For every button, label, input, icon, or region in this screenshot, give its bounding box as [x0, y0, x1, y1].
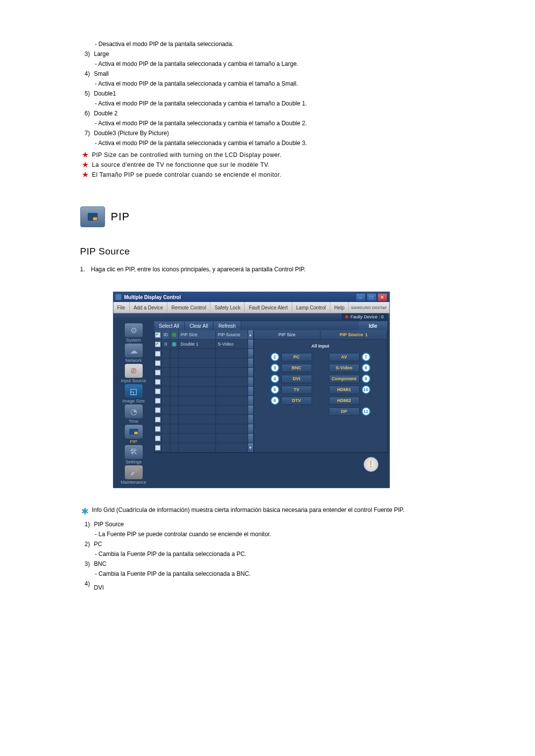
note: ★ PIP Size can be controlled with turnin…: [80, 151, 455, 159]
callout-badge: 7: [362, 353, 371, 361]
dp-button[interactable]: DP: [329, 407, 360, 416]
scroll-up[interactable]: ▴: [248, 330, 254, 339]
menu-safety-lock[interactable]: Safety Lock: [211, 302, 245, 313]
sidebar-item-time[interactable]: ◔Time: [116, 404, 151, 424]
cell-id: 0: [162, 340, 170, 349]
menu-help[interactable]: Help: [330, 302, 349, 313]
hdmi1-button[interactable]: HDMI1: [329, 386, 360, 394]
titlebar: Multiple Display Control – □ ×: [113, 292, 389, 302]
faulty-device-status: Faulty Device : 0: [342, 313, 387, 320]
sidebar-item-network[interactable]: ☁Network: [116, 344, 151, 363]
col-pip-source: PIP Source: [216, 330, 248, 339]
note: ★ El Tamaño PIP se puede controlar cuand…: [80, 170, 455, 179]
star-icon: ★: [80, 151, 92, 159]
maximize-button[interactable]: □: [367, 293, 376, 302]
status-dot-icon: [345, 315, 348, 318]
list-item: 3)BNC: [80, 559, 455, 568]
tv-button[interactable]: TV: [281, 386, 312, 394]
callout-badge: 11: [362, 407, 371, 416]
all-input-label: All Input: [254, 340, 387, 352]
info-panel: PIP Size PIP Source 1 All Input 2PC AV7: [254, 330, 387, 453]
svideo-button[interactable]: S-Video: [329, 364, 360, 372]
item-desc: - Cambia la Fuente PIP de la pantalla se…: [80, 569, 455, 578]
row-checkbox[interactable]: [155, 360, 160, 366]
row-checkbox[interactable]: [155, 445, 160, 451]
list-item: 6)Double 2: [80, 109, 455, 118]
list-item: 4)Small: [80, 69, 455, 78]
row-checkbox[interactable]: [155, 426, 160, 432]
row-checkbox[interactable]: [155, 379, 160, 385]
menu-remote-control[interactable]: Remote Control: [167, 302, 211, 313]
col-pip-size: PIP Size: [179, 330, 216, 339]
sidebar-item-system[interactable]: ⚙System: [116, 323, 151, 343]
sidebar-item-maintenance[interactable]: 🖌Maintenance: [116, 465, 151, 485]
pip-icon: [80, 206, 105, 227]
row-checkbox[interactable]: [155, 407, 160, 413]
sidebar: ⚙System ☁Network ⎚Input Source ◱Image Si…: [113, 320, 154, 488]
item-desc: - Activa el modo PIP de la pantalla sele…: [80, 79, 455, 88]
scrollbar[interactable]: [248, 340, 254, 349]
row-checkbox[interactable]: [155, 342, 160, 347]
callout-badge: 10: [362, 385, 371, 394]
row-checkbox[interactable]: [155, 398, 160, 403]
list-item: 1)PIP Source: [80, 520, 455, 529]
menu-file[interactable]: File: [113, 302, 130, 313]
alert-icon: !: [364, 457, 378, 472]
av-button[interactable]: AV: [329, 353, 360, 361]
mdc-window: Multiple Display Control – □ × File Add …: [113, 292, 390, 488]
header-checkbox[interactable]: [155, 332, 160, 338]
row-checkbox[interactable]: [155, 351, 160, 356]
row-checkbox[interactable]: [155, 417, 160, 422]
list-item: 2)PC: [80, 540, 455, 549]
idle-status: Idle: [359, 321, 387, 330]
star-icon: ✱: [80, 506, 92, 517]
pc-button[interactable]: PC: [281, 353, 312, 361]
clear-all-button[interactable]: Clear All: [185, 321, 214, 330]
item-desc: - Cambia la Fuente PIP de la pantalla se…: [80, 550, 455, 558]
sidebar-item-image-size[interactable]: ◱Image Size: [116, 384, 151, 403]
list-item: 3)Large: [80, 50, 455, 58]
scroll-down[interactable]: ▾: [248, 443, 254, 452]
callout-badge: 2: [270, 353, 279, 361]
row-checkbox[interactable]: [155, 370, 160, 375]
item-desc: - La Fuente PIP se puede controlar cuand…: [80, 530, 455, 539]
dtv-button[interactable]: DTV: [281, 397, 312, 405]
star-icon: ★: [80, 170, 92, 179]
item-desc: - Activa el modo PIP de la pantalla sele…: [80, 99, 455, 108]
list-item: 5)Double1: [80, 89, 455, 98]
star-icon: ★: [80, 160, 92, 169]
row-checkbox[interactable]: [155, 436, 160, 441]
item-desc: - Activa el modo PIP de la pantalla sele…: [80, 59, 455, 68]
status-icon: [172, 342, 176, 347]
menu-fault-alert[interactable]: Fault Device Alert: [245, 302, 292, 313]
info-grid: ID PIP Size PIP Source ▴ 0 Double 1 S-Vi…: [154, 330, 254, 453]
close-button[interactable]: ×: [377, 293, 387, 302]
pip-source-heading: PIP Source: [80, 246, 455, 257]
dvi-button[interactable]: DVI: [281, 375, 312, 383]
info-note: ✱ Info Grid (Cuadrícula de información) …: [80, 506, 455, 517]
menu-lamp-control[interactable]: Lamp Control: [292, 302, 330, 313]
minimize-button[interactable]: –: [356, 293, 366, 302]
bnc-button[interactable]: BNC: [281, 364, 312, 372]
callout-badge: 4: [270, 374, 279, 383]
callout-badge: 1: [365, 332, 368, 337]
refresh-button[interactable]: Refresh: [214, 321, 241, 330]
col-id: ID: [162, 330, 170, 339]
menu-add-device[interactable]: Add a Device: [130, 302, 167, 313]
cell-pip-source: S-Video: [216, 340, 248, 349]
sidebar-item-input-source[interactable]: ⎚Input Source: [116, 364, 151, 383]
app-icon: [115, 294, 121, 300]
sidebar-item-pip[interactable]: PIP: [116, 425, 151, 444]
hdmi2-button[interactable]: HDMI2: [329, 397, 360, 405]
pip-heading: PIP: [80, 206, 455, 227]
item-desc: - Activa el modo PIP de la pantalla sele…: [80, 119, 455, 128]
window-title: Multiple Display Control: [124, 295, 355, 300]
panel-header-pip-size: PIP Size: [254, 330, 321, 339]
callout-badge: 6: [270, 396, 279, 405]
menubar: File Add a Device Remote Control Safety …: [113, 302, 389, 313]
component-button[interactable]: Component: [329, 375, 360, 383]
select-all-button[interactable]: Select All: [154, 321, 185, 330]
row-checkbox[interactable]: [155, 389, 160, 394]
sidebar-item-settings[interactable]: 🛠Settings: [116, 445, 151, 464]
note: ★ La source d'entrée de TV ne fonctionne…: [80, 160, 455, 169]
